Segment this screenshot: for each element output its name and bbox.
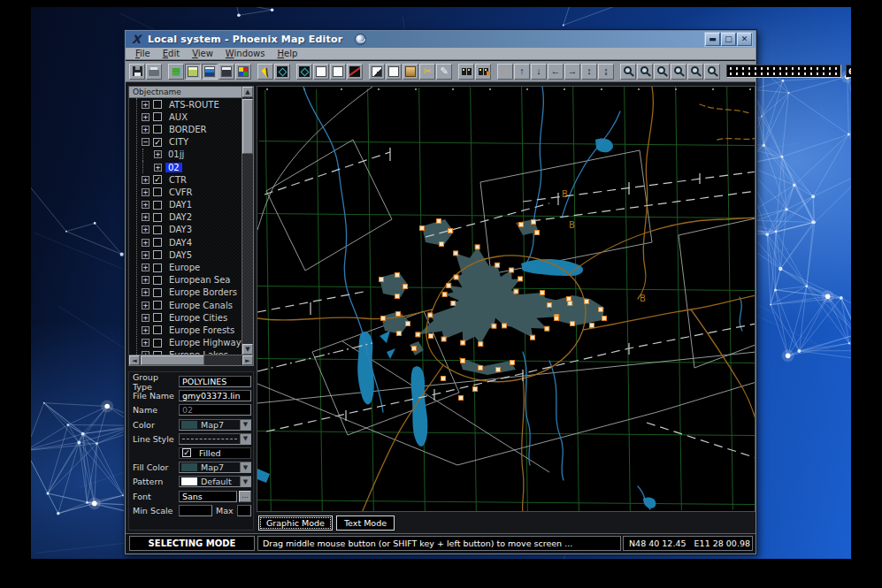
vertex-handle[interactable] xyxy=(532,220,536,225)
vertex-handle[interactable] xyxy=(381,317,386,321)
vertex-handle[interactable] xyxy=(548,303,552,308)
draw-tool-button[interactable]: ✎ xyxy=(436,64,452,80)
tree-checkbox[interactable] xyxy=(153,301,162,309)
tree-vertical-scrollbar[interactable]: ▲ ▼ xyxy=(242,87,253,355)
vertex-handle[interactable] xyxy=(380,278,384,282)
scroll-up-button[interactable]: ▲ xyxy=(242,87,253,97)
vertex-handle[interactable] xyxy=(441,337,446,341)
node-tool-button[interactable] xyxy=(296,64,312,80)
tree-checkbox[interactable] xyxy=(153,263,162,272)
tree-item-day3[interactable]: +DAY3 xyxy=(129,224,243,236)
tree-item-europe[interactable]: +Europe xyxy=(129,261,243,273)
pan-right-button[interactable]: → xyxy=(564,64,580,80)
vertex-handle[interactable] xyxy=(420,226,425,231)
min-scale-field[interactable] xyxy=(179,505,212,516)
tree-expander-icon[interactable]: + xyxy=(142,176,150,184)
tree-horizontal-scrollbar[interactable]: ◄ ► xyxy=(129,355,253,365)
tree-item-european-sea[interactable]: +European Sea xyxy=(129,274,243,286)
tree-item-europe-borders[interactable]: +Europe Borders xyxy=(129,286,243,299)
vertex-handle[interactable] xyxy=(519,223,524,227)
vertical-scroll-thumb[interactable] xyxy=(242,99,253,154)
tree-item-day4[interactable]: +DAY4 xyxy=(129,236,243,248)
chevron-down-icon[interactable]: ▼ xyxy=(240,462,250,472)
tree-item-day5[interactable]: +DAY5 xyxy=(129,248,243,261)
cut-tool-button[interactable]: ✂ xyxy=(419,64,435,80)
tree-expander-icon[interactable]: + xyxy=(142,288,150,296)
scroll-left-button[interactable]: ◄ xyxy=(129,355,140,365)
scroll-down-button[interactable]: ▼ xyxy=(242,344,253,355)
zoom-out-button[interactable] xyxy=(654,64,670,80)
file-name-field[interactable]: gmy03373.lin xyxy=(179,390,251,401)
vertex-handle[interactable] xyxy=(602,317,607,321)
tree-expander-icon[interactable]: + xyxy=(142,302,150,309)
vertex-handle[interactable] xyxy=(429,334,433,339)
tree-checkbox[interactable] xyxy=(153,288,162,297)
tree-item-day1[interactable]: +DAY1 xyxy=(129,199,243,211)
vertex-handle[interactable] xyxy=(479,342,483,347)
tree-expander-icon[interactable]: + xyxy=(142,263,150,271)
vertex-handle[interactable] xyxy=(406,322,410,326)
scroll-right-button[interactable]: ► xyxy=(242,355,253,365)
polygon-tool-button[interactable] xyxy=(369,64,385,80)
tree-item-ats-route[interactable]: +ATS-ROUTE xyxy=(129,98,243,111)
color-palette-button[interactable] xyxy=(235,64,251,80)
vertex-handle[interactable] xyxy=(590,324,594,328)
tab-text-mode[interactable]: Text Mode xyxy=(336,515,395,531)
vertex-handle[interactable] xyxy=(567,297,571,302)
tree-checkbox[interactable] xyxy=(153,201,162,210)
menu-help[interactable]: Help xyxy=(272,49,304,58)
tree-expander-icon[interactable]: + xyxy=(142,239,150,247)
tree-expander-icon[interactable]: + xyxy=(142,276,150,284)
tree-expander-icon[interactable]: + xyxy=(142,201,150,209)
vertex-handle[interactable] xyxy=(454,275,458,279)
filled-checkbox-icon[interactable]: ✓ xyxy=(182,448,191,457)
zoom-previous-button[interactable] xyxy=(671,64,686,80)
fill-color-combo[interactable]: Map7▼ xyxy=(179,462,251,473)
home-button[interactable]: ⌂ xyxy=(497,64,513,80)
vertex-handle[interactable] xyxy=(403,285,408,289)
center-vertical-button[interactable]: ↕ xyxy=(581,64,597,80)
tree-expander-icon[interactable]: + xyxy=(142,101,150,109)
tree-expander-icon[interactable]: + xyxy=(142,326,150,334)
vertex-handle[interactable] xyxy=(440,242,444,247)
vertex-handle[interactable] xyxy=(492,324,496,328)
vertex-handle[interactable] xyxy=(502,324,507,328)
menu-edit[interactable]: Edit xyxy=(157,49,186,58)
tree-checkbox[interactable] xyxy=(153,125,162,134)
find-next-button[interactable] xyxy=(475,64,491,80)
vertex-handle[interactable] xyxy=(555,317,559,321)
vertex-handle[interactable] xyxy=(479,366,483,370)
vertex-handle[interactable] xyxy=(459,396,464,401)
tab-graphic-mode[interactable]: Graphic Mode xyxy=(258,515,333,531)
maximize-button[interactable]: □ xyxy=(721,33,736,46)
horizontal-scroll-thumb[interactable] xyxy=(141,355,204,365)
rectangle-tool-button[interactable] xyxy=(313,64,329,80)
vertex-handle[interactable] xyxy=(447,283,451,287)
tree-expander-icon[interactable]: + xyxy=(142,126,150,134)
pan-up-button[interactable]: ↑ xyxy=(514,64,530,80)
vertex-handle[interactable] xyxy=(395,273,400,278)
zoom-full-button[interactable] xyxy=(704,64,720,80)
vertex-handle[interactable] xyxy=(496,368,501,372)
tree-expander-icon[interactable]: + xyxy=(142,188,150,196)
tree-item-01jj[interactable]: +01jj xyxy=(129,149,243,161)
vertex-handle[interactable] xyxy=(416,332,420,337)
tree-expander-icon[interactable]: + xyxy=(142,339,150,347)
toggle-properties-panel-button[interactable] xyxy=(219,64,234,80)
vertex-handle[interactable] xyxy=(545,326,549,331)
vertex-handle[interactable] xyxy=(568,302,572,306)
vertex-handle[interactable] xyxy=(441,377,446,381)
close-button[interactable]: ✕ xyxy=(737,33,752,46)
tree-expander-icon[interactable]: + xyxy=(142,225,150,233)
tree-checkbox[interactable]: ✓ xyxy=(153,138,162,147)
vertex-handle[interactable] xyxy=(454,251,458,256)
tree-item-02[interactable]: +02 xyxy=(129,161,243,173)
vertex-handle[interactable] xyxy=(599,308,603,312)
toggle-grid-button[interactable]: ▦ xyxy=(168,64,184,80)
edit-object-tool-button[interactable] xyxy=(274,64,290,80)
find-button[interactable] xyxy=(458,64,474,80)
tree-item-day2[interactable]: +DAY2 xyxy=(129,211,243,224)
vertex-handle[interactable] xyxy=(541,291,545,295)
tree-expander-icon[interactable]: − xyxy=(142,138,150,146)
minimize-button[interactable]: ▬ xyxy=(705,33,720,46)
